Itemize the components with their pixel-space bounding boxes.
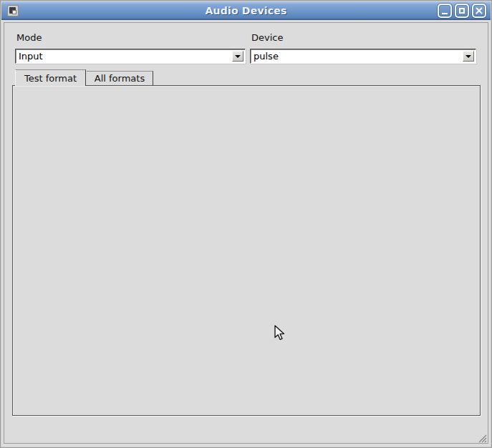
chevron-down-icon[interactable] (463, 51, 474, 62)
maximize-button[interactable] (455, 4, 469, 18)
mode-combobox[interactable]: Input (15, 49, 246, 64)
chevron-down-icon[interactable] (232, 51, 243, 62)
minimize-button[interactable] (438, 4, 452, 18)
minimize-icon (442, 13, 448, 14)
tab-test-format[interactable]: Test format (15, 69, 86, 86)
mode-value: Input (16, 51, 232, 62)
resize-grip-icon[interactable] (477, 433, 487, 443)
window-title: Audio Devices (1, 5, 491, 16)
maximize-icon (459, 8, 465, 14)
window-icon (7, 5, 19, 16)
device-value: pulse (251, 51, 463, 62)
audio-devices-window: Audio Devices Mode Input Device pulse Te… (0, 0, 492, 448)
device-combobox[interactable]: pulse (250, 49, 476, 64)
device-label: Device (251, 32, 283, 43)
tab-all-formats[interactable]: All formats (87, 71, 153, 85)
tab-panel (12, 85, 481, 416)
mode-label: Mode (16, 32, 42, 43)
titlebar[interactable]: Audio Devices (1, 1, 491, 20)
close-button[interactable] (472, 4, 486, 18)
titlebar-buttons (438, 4, 486, 18)
